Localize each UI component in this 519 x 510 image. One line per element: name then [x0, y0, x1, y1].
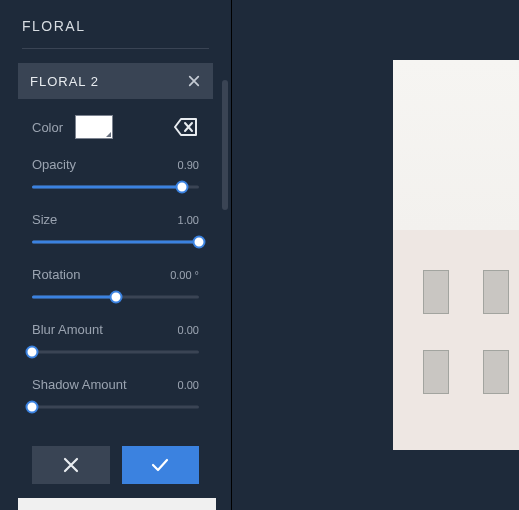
size-slider[interactable] [32, 235, 199, 249]
panel-header: FLORAL 2 [18, 63, 213, 99]
cancel-button[interactable] [32, 446, 110, 484]
opacity-row: Opacity 0.90 [32, 157, 199, 194]
color-swatch[interactable] [75, 115, 113, 139]
color-label: Color [32, 120, 63, 135]
thumbnail-strip[interactable] [18, 498, 216, 510]
action-buttons [18, 436, 213, 500]
rotation-row: Rotation 0.00 ° [32, 267, 199, 304]
blur-slider[interactable] [32, 345, 199, 359]
divider [22, 48, 209, 49]
rotation-label: Rotation [32, 267, 80, 282]
panel-body: Color Opacity 0.90 [18, 99, 213, 436]
shadow-row: Shadow Amount 0.00 [32, 377, 199, 414]
blur-row: Blur Amount 0.00 [32, 322, 199, 359]
shadow-slider[interactable] [32, 400, 199, 414]
size-value: 1.00 [178, 214, 199, 226]
size-row: Size 1.00 [32, 212, 199, 249]
properties-panel: FLORAL 2 Color [18, 63, 213, 500]
canvas-image[interactable] [393, 60, 519, 450]
opacity-slider[interactable] [32, 180, 199, 194]
opacity-label: Opacity [32, 157, 76, 172]
color-row: Color [32, 115, 199, 139]
shadow-value: 0.00 [178, 379, 199, 391]
size-label: Size [32, 212, 57, 227]
scrollbar-thumb[interactable] [222, 80, 228, 210]
blur-label: Blur Amount [32, 322, 103, 337]
close-icon[interactable] [187, 74, 201, 88]
confirm-button[interactable] [122, 446, 200, 484]
sidebar: FLORAL FLORAL 2 Color [0, 0, 232, 510]
panel-title: FLORAL 2 [30, 74, 99, 89]
clear-color-icon[interactable] [173, 116, 199, 138]
rotation-slider[interactable] [32, 290, 199, 304]
rotation-value: 0.00 ° [170, 269, 199, 281]
scrollbar[interactable] [222, 80, 228, 440]
canvas[interactable] [233, 0, 519, 510]
shadow-label: Shadow Amount [32, 377, 127, 392]
opacity-value: 0.90 [178, 159, 199, 171]
blur-value: 0.00 [178, 324, 199, 336]
section-title: FLORAL [0, 0, 231, 48]
